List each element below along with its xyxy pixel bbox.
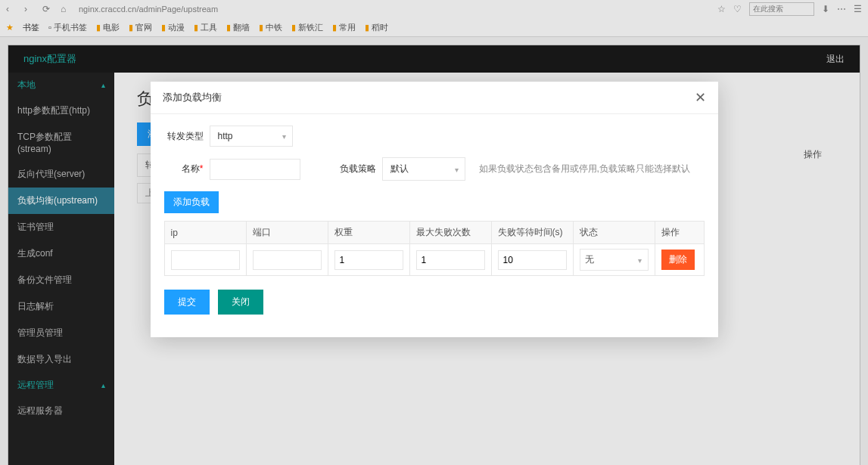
th-port: 端口 xyxy=(246,222,328,244)
modal-title: 添加负载均衡 xyxy=(163,91,222,104)
forward-type-label: 转发类型 xyxy=(164,130,204,143)
modal-header: 添加负载均衡 ✕ xyxy=(151,82,718,114)
th-ip: ip xyxy=(164,222,246,244)
strategy-hint: 如果负载状态包含备用或停用,负载策略只能选择默认 xyxy=(479,163,690,175)
forward-type-select[interactable]: http ▾ xyxy=(210,126,293,147)
name-input[interactable] xyxy=(210,159,300,180)
status-select[interactable]: 无 ▾ xyxy=(580,249,649,271)
load-table: ip 端口 权重 最大失败次数 失败等待时间(s) 状态 操作 xyxy=(164,221,705,276)
table-row: 无 ▾ 删除 xyxy=(164,244,704,276)
strategy-label: 负载策略 xyxy=(337,163,376,175)
chevron-down-icon: ▾ xyxy=(282,132,286,141)
port-input[interactable] xyxy=(253,250,322,270)
ip-input[interactable] xyxy=(171,250,240,270)
weight-input[interactable] xyxy=(334,250,403,270)
th-maxfail: 最大失败次数 xyxy=(409,222,491,244)
maxfail-input[interactable] xyxy=(416,250,485,270)
submit-button[interactable]: 提交 xyxy=(164,290,210,315)
name-label: 名称* xyxy=(164,163,204,175)
th-status: 状态 xyxy=(573,222,655,244)
delete-button[interactable]: 删除 xyxy=(661,250,695,270)
th-ops: 操作 xyxy=(655,222,704,244)
chevron-down-icon: ▾ xyxy=(638,256,642,264)
th-failtime: 失败等待时间(s) xyxy=(491,222,573,244)
failtime-input[interactable] xyxy=(498,250,567,270)
modal-overlay: 添加负载均衡 ✕ 转发类型 http ▾ 名称* 负载策略 xyxy=(0,0,868,465)
add-upstream-modal: 添加负载均衡 ✕ 转发类型 http ▾ 名称* 负载策略 xyxy=(151,82,718,337)
strategy-select[interactable]: 默认 ▾ xyxy=(382,157,465,181)
close-icon[interactable]: ✕ xyxy=(695,89,706,106)
close-button[interactable]: 关闭 xyxy=(218,290,263,315)
chevron-down-icon: ▾ xyxy=(455,165,459,173)
modal-body: 转发类型 http ▾ 名称* 负载策略 默认 ▾ xyxy=(151,114,718,337)
add-load-button[interactable]: 添加负载 xyxy=(164,191,219,213)
th-weight: 权重 xyxy=(328,222,409,244)
